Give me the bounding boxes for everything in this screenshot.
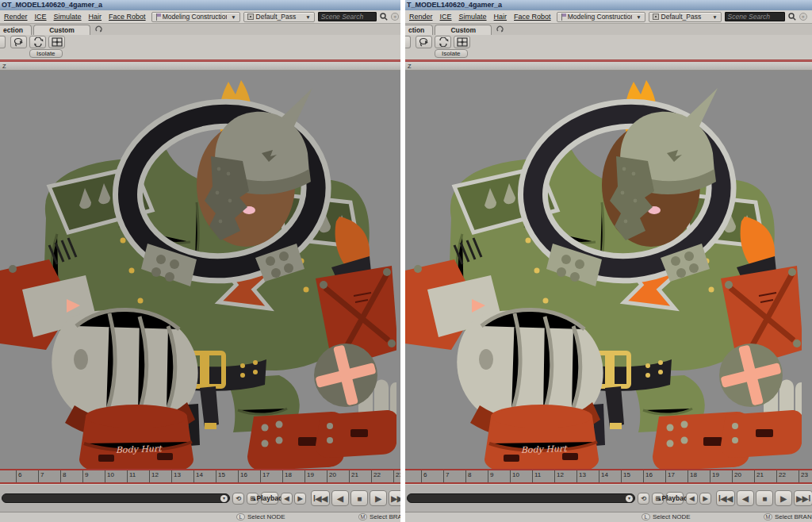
- search-clear-icon[interactable]: ●: [799, 13, 807, 21]
- timeline-tick: 20: [327, 470, 349, 482]
- scene-search-input[interactable]: Scene Search: [318, 12, 377, 21]
- clipped-tool-button[interactable]: [0, 36, 6, 48]
- menubar: RenderICESimulateHairFace Robot Modeling…: [0, 10, 400, 24]
- lasso-select-button[interactable]: [10, 36, 27, 48]
- frame-step-button[interactable]: ▶: [699, 493, 711, 505]
- viewport-toon[interactable]: [405, 71, 812, 469]
- scene-search-input[interactable]: Scene Search: [725, 12, 785, 21]
- playback-bar: ▾ ⟲ ⊞ ▴ Playback ◀▶ I◀◀◀■▶▶▶I↻: [405, 484, 812, 512]
- frame-slider[interactable]: ▾: [2, 493, 230, 503]
- transport-button[interactable]: ◀: [331, 490, 349, 506]
- tab-custom[interactable]: Custom: [435, 25, 492, 35]
- timeline-tick: 21: [349, 470, 371, 482]
- transport-button[interactable]: ■: [350, 490, 368, 506]
- transport-controls: I◀◀◀■▶▶▶I↻: [716, 490, 812, 506]
- timeline-tick: 23: [393, 470, 400, 482]
- transport-button[interactable]: ▶▶I: [389, 490, 400, 506]
- timeline-tick: 17: [260, 470, 282, 482]
- tab-scroll-icon[interactable]: [496, 25, 504, 33]
- pass-dropdown[interactable]: Default_Pass ▼: [243, 12, 315, 22]
- timeline-tick: 19: [710, 470, 732, 482]
- menu-item[interactable]: Simulate: [54, 13, 82, 21]
- menu-item[interactable]: ICE: [35, 13, 47, 21]
- lasso-select-button[interactable]: [416, 36, 432, 48]
- quad-view-button[interactable]: [454, 36, 470, 48]
- chevron-down-icon: ▼: [231, 14, 236, 20]
- sync-views-button[interactable]: [435, 36, 451, 48]
- sync-views-button[interactable]: [29, 36, 46, 48]
- construction-mode-dropdown[interactable]: Modeling Construction Mode ▼: [557, 12, 645, 22]
- menu-item[interactable]: Simulate: [459, 13, 487, 21]
- transport-button[interactable]: ◀: [737, 490, 754, 506]
- viewport-header[interactable]: Z: [405, 62, 812, 71]
- pass-dropdown[interactable]: Default_Pass ▼: [649, 12, 722, 22]
- search-clear-icon[interactable]: ●: [391, 13, 399, 21]
- transport-button[interactable]: ▶: [370, 490, 387, 506]
- toolbar-row: [405, 35, 812, 49]
- frame-dropdown-icon[interactable]: ▾: [220, 495, 228, 502]
- playback-menu-button[interactable]: ▴ Playback: [261, 492, 278, 505]
- update-icon[interactable]: ⟲: [638, 493, 649, 505]
- window-titlebar[interactable]: T_MODEL140620_4gamer_a: [405, 0, 812, 10]
- viewport-shaded[interactable]: [0, 71, 400, 469]
- search-icon[interactable]: [380, 13, 388, 21]
- isolate-button[interactable]: Isolate: [435, 49, 468, 58]
- frame-step-button[interactable]: ◀: [281, 493, 293, 505]
- transport-button[interactable]: ▶: [775, 490, 792, 506]
- timeline-tick: 18: [688, 470, 710, 482]
- menu-item[interactable]: ICE: [440, 13, 452, 21]
- tab-selection[interactable]: ction: [405, 25, 433, 35]
- playback-menu-button[interactable]: ▴ Playback: [666, 492, 684, 505]
- chevron-down-icon: ▼: [636, 14, 641, 20]
- chevron-down-icon: ▼: [305, 14, 310, 20]
- timeline-tick: 13: [171, 470, 193, 482]
- tab-selection[interactable]: ection: [0, 25, 32, 35]
- tab-scroll-icon[interactable]: [95, 25, 103, 33]
- menu-item[interactable]: Render: [4, 13, 28, 21]
- mouse-middle-badge: M: [764, 513, 772, 520]
- construction-flag-icon: [155, 13, 160, 21]
- menu-item[interactable]: Face Robot: [109, 13, 146, 21]
- character-render-toon: [405, 74, 802, 469]
- menu-item[interactable]: Render: [409, 13, 433, 21]
- timeline-tick: 15: [621, 470, 643, 482]
- timeline-ruler[interactable]: 67891011121314151617181920212223: [405, 469, 812, 484]
- timeline-tick: 13: [576, 470, 599, 482]
- timeline-tick: 12: [554, 470, 576, 482]
- construction-mode-dropdown[interactable]: Modeling Construction Mode ▼: [151, 12, 240, 22]
- pass-icon: [653, 13, 659, 20]
- search-icon[interactable]: [788, 13, 796, 21]
- toolbar-row: [0, 35, 400, 49]
- transport-button[interactable]: I◀◀: [311, 490, 330, 506]
- tab-custom[interactable]: Custom: [33, 25, 90, 35]
- timeline-tick: 15: [216, 470, 238, 482]
- isolate-button[interactable]: Isolate: [29, 49, 63, 58]
- menu-item[interactable]: Face Robot: [514, 13, 551, 21]
- mouse-middle-badge: M: [358, 513, 367, 520]
- frame-step-button[interactable]: ▶: [294, 493, 306, 505]
- viewport-axis-label: Z: [2, 63, 6, 70]
- menu-item[interactable]: Hair: [494, 13, 508, 21]
- timeline-tick: 8: [465, 470, 488, 482]
- viewport-header[interactable]: Z: [0, 62, 400, 71]
- frame-slider[interactable]: ▾: [407, 493, 635, 503]
- update-icon[interactable]: ⟲: [232, 493, 244, 505]
- frame-step-button[interactable]: ◀: [686, 493, 698, 505]
- status-select-node: Select NODE: [653, 513, 691, 520]
- frame-step-group: ◀▶: [281, 493, 306, 505]
- menu-item[interactable]: Hair: [89, 13, 102, 21]
- transport-button[interactable]: ▶▶I: [794, 490, 812, 506]
- transport-button[interactable]: I◀◀: [716, 490, 735, 506]
- timeline-ruler[interactable]: 67891011121314151617181920212223: [0, 469, 400, 484]
- timeline-tick: 14: [193, 470, 216, 482]
- frame-dropdown-icon[interactable]: ▾: [626, 495, 633, 502]
- timeline-tick: 11: [532, 470, 554, 482]
- timeline-tick: 16: [238, 470, 260, 482]
- transport-button[interactable]: ■: [756, 490, 773, 506]
- clipped-tool-button[interactable]: [405, 36, 411, 48]
- status-bar: L Select NODE M Select BRANCH: [0, 512, 400, 522]
- timeline-tick: 17: [665, 470, 688, 482]
- window-titlebar[interactable]: OT_MODEL140620_4gamer_a: [0, 0, 400, 10]
- quad-view-button[interactable]: [48, 36, 65, 48]
- timeline-tick: 6: [421, 470, 443, 482]
